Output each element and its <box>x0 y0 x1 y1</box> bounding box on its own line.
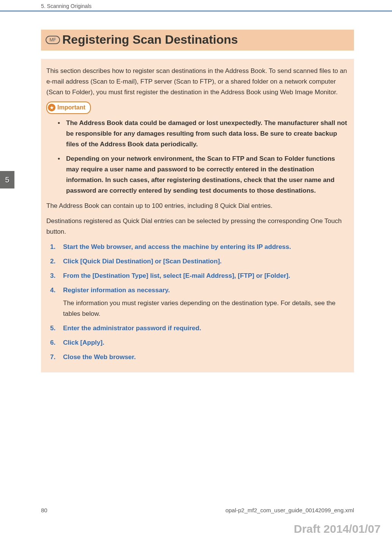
step-title: Close the Web browser. <box>63 352 349 363</box>
chapter-side-tab: 5 <box>0 171 14 188</box>
list-item: From the [Destination Type] list, select… <box>50 271 349 281</box>
source-filename: opal-p2_mf2_com_user_guide_00142099_eng.… <box>225 507 354 513</box>
important-label-text: Important <box>57 103 85 112</box>
step-title: Click [Apply]. <box>63 337 349 348</box>
title-bar: MF Registering Scan Destinations <box>41 30 354 51</box>
step-title: Enter the administrator password if requ… <box>63 323 349 334</box>
list-item: Enter the administrator password if requ… <box>50 323 349 334</box>
page-content: MF Registering Scan Destinations This se… <box>41 30 354 372</box>
chapter-header: 5. Scanning Originals <box>41 3 92 9</box>
step-subtext: The information you must register varies… <box>63 298 349 319</box>
list-item: Depending on your network environment, t… <box>58 154 349 196</box>
list-item: Register information as necessary. The i… <box>50 285 349 319</box>
list-item: Click [Quick Dial Destination] or [Scan … <box>50 256 349 267</box>
body-block: This section describes how to register s… <box>41 59 354 372</box>
page-title: Registering Scan Destinations <box>62 33 238 47</box>
paragraph: The Address Book can contain up to 100 e… <box>46 201 349 211</box>
step-title: Click [Quick Dial Destination] or [Scan … <box>63 256 349 267</box>
page-number: 80 <box>41 507 47 513</box>
step-title: Register information as necessary. <box>63 285 349 296</box>
page-footer: 80 opal-p2_mf2_com_user_guide_00142099_e… <box>41 507 354 513</box>
draft-stamp: Draft 2014/01/07 <box>294 523 381 535</box>
list-item: Start the Web browser, and access the ma… <box>50 242 349 252</box>
list-item: The Address Book data could be damaged o… <box>58 118 349 150</box>
important-bullet-list: The Address Book data could be damaged o… <box>46 118 349 196</box>
list-item: Click [Apply]. <box>50 337 349 348</box>
list-item: Close the Web browser. <box>50 352 349 363</box>
step-title: Start the Web browser, and access the ma… <box>63 242 349 252</box>
steps-list: Start the Web browser, and access the ma… <box>46 242 349 363</box>
paragraph: Destinations registered as Quick Dial en… <box>46 216 349 237</box>
intro-paragraph: This section describes how to register s… <box>46 66 349 98</box>
step-title: From the [Destination Type] list, select… <box>63 271 349 281</box>
star-icon: ★ <box>48 104 55 111</box>
mf-badge-icon: MF <box>46 36 60 44</box>
important-label: ★ Important <box>46 101 91 114</box>
header-divider <box>0 11 392 11</box>
